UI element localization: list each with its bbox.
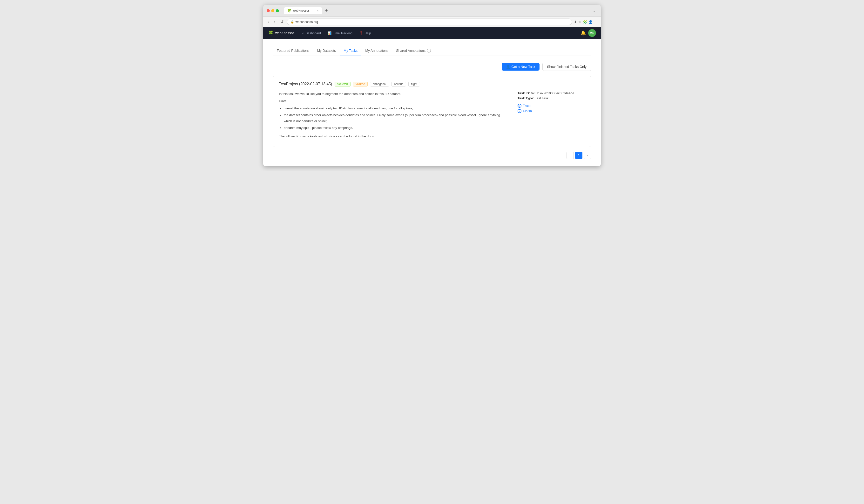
tab-my-datasets[interactable]: My Datasets — [313, 46, 340, 56]
task-description: In this task we would like you to segmen… — [279, 91, 508, 141]
task-meta: Task ID: 62011479010000ac002de4be Task T… — [518, 91, 585, 141]
pagination-page-1-button[interactable]: 1 — [575, 152, 583, 159]
task-toolbar: 👤 Get a New Task Show Finished Tasks Onl… — [273, 63, 591, 71]
trace-icon: ▷ — [518, 104, 521, 108]
task-hint-2: the dataset contains other objects besid… — [284, 112, 508, 124]
nav-logo: 🍀 webKnossos — [268, 30, 295, 36]
pagination-prev-button[interactable]: ‹ — [566, 152, 574, 159]
nav-link-time-tracking[interactable]: 📊 Time Tracking — [325, 30, 355, 36]
tab-featured-publications[interactable]: Featured Publications — [273, 46, 313, 56]
task-id-value: 62011479010000ac002de4be — [531, 91, 574, 95]
window-collapse-button[interactable]: ⌄ — [591, 8, 597, 13]
app-navbar: 🍀 webKnossos ⌂ Dashboard 📊 Time Tracking… — [263, 27, 601, 39]
tab-close-button[interactable]: ✕ — [317, 9, 319, 12]
task-title: TestProject (2022-02-07 13:45) — [279, 82, 332, 86]
get-new-task-label: Get a New Task — [512, 65, 536, 69]
user-avatar[interactable]: MS — [588, 29, 596, 37]
dashboard-label: Dashboard — [305, 31, 321, 35]
address-bar-actions: ⬇ ☆ 🧩 👤 ⋮ — [574, 20, 597, 24]
task-type-value: Test Task — [535, 96, 549, 100]
tab-my-annotations-label: My Annotations — [365, 49, 388, 52]
finish-icon: ✓ — [518, 109, 521, 113]
task-footer-note: The full webKnossos keyboard shortcuts c… — [279, 134, 508, 139]
tag-volume: volume — [353, 82, 368, 86]
task-meta-actions: ▷ Trace ✓ Finish — [518, 104, 585, 113]
trace-label: Trace — [523, 104, 531, 108]
logo-icon: 🍀 — [268, 30, 273, 36]
task-id-row: Task ID: 62011479010000ac002de4be — [518, 91, 585, 95]
forward-button[interactable]: › — [273, 19, 277, 25]
reload-button[interactable]: ↺ — [279, 19, 285, 25]
user-plus-icon: 👤 — [506, 65, 510, 69]
bookmark-icon[interactable]: ☆ — [578, 20, 581, 24]
minimize-dot[interactable] — [271, 9, 274, 12]
url-text: webknossos.org — [296, 20, 318, 24]
back-button[interactable]: ‹ — [267, 19, 271, 25]
shared-annotations-info-icon[interactable]: i — [427, 49, 431, 52]
nav-link-help[interactable]: ❓ Help — [356, 30, 374, 36]
tab-title: webKnossos — [293, 9, 310, 12]
account-icon[interactable]: 👤 — [588, 20, 592, 24]
browser-titlebar: 🍀 webKnossos ✕ + ⌄ — [263, 5, 601, 16]
window-controls — [267, 9, 279, 12]
tab-favicon: 🍀 — [287, 9, 291, 13]
pagination-next-button[interactable]: › — [584, 152, 591, 159]
tab-my-datasets-label: My Datasets — [317, 49, 336, 52]
new-tab-button[interactable]: + — [324, 8, 329, 14]
tag-skeleton: skeleton — [335, 82, 351, 86]
browser-addressbar: ‹ › ↺ 🔒 webknossos.org ⬇ ☆ 🧩 👤 ⋮ — [263, 16, 601, 27]
task-hints-label: Hints: — [279, 99, 508, 104]
main-content: Featured Publications My Datasets My Tas… — [263, 39, 601, 166]
tab-my-tasks-label: My Tasks — [344, 49, 358, 52]
nav-right: 🔔 MS — [580, 29, 596, 37]
maximize-dot[interactable] — [276, 9, 279, 12]
task-hint-1: overall the annotation should only two I… — [284, 106, 508, 111]
tab-featured-publications-label: Featured Publications — [277, 49, 309, 52]
menu-icon[interactable]: ⋮ — [594, 20, 597, 24]
tag-flight: flight — [408, 82, 420, 86]
finish-link[interactable]: ✓ Finish — [518, 109, 585, 113]
task-type-row: Task Type: Test Task — [518, 96, 585, 100]
task-card-header: TestProject (2022-02-07 13:45) skeleton … — [279, 82, 585, 86]
task-hints-list: overall the annotation should only two I… — [279, 106, 508, 131]
task-card: TestProject (2022-02-07 13:45) skeleton … — [273, 76, 591, 147]
close-dot[interactable] — [267, 9, 270, 12]
tab-my-tasks[interactable]: My Tasks — [340, 46, 361, 56]
get-new-task-button[interactable]: 👤 Get a New Task — [502, 63, 540, 71]
active-tab[interactable]: 🍀 webKnossos ✕ — [284, 7, 322, 14]
download-icon[interactable]: ⬇ — [574, 20, 577, 24]
app-content: 🍀 webKnossos ⌂ Dashboard 📊 Time Tracking… — [263, 27, 601, 166]
task-type-label: Task Type: — [518, 96, 534, 100]
pagination: ‹ 1 › — [273, 152, 591, 159]
browser-tabs: 🍀 webKnossos ✕ + — [284, 7, 589, 14]
show-finished-tasks-label: Show Finished Tasks Only — [547, 65, 587, 69]
address-bar[interactable]: 🔒 webknossos.org — [287, 19, 572, 25]
time-tracking-label: Time Tracking — [333, 31, 352, 35]
tag-orthogonal: orthogonal — [370, 82, 389, 86]
tag-oblique: oblique — [392, 82, 406, 86]
browser-window: 🍀 webKnossos ✕ + ⌄ ‹ › ↺ 🔒 webknossos.or… — [263, 5, 601, 166]
help-icon: ❓ — [359, 31, 363, 35]
trace-link[interactable]: ▷ Trace — [518, 104, 585, 108]
lock-icon: 🔒 — [290, 20, 294, 24]
task-description-intro: In this task we would like you to segmen… — [279, 91, 508, 97]
extensions-icon[interactable]: 🧩 — [583, 20, 587, 24]
page-tabs: Featured Publications My Datasets My Tas… — [273, 46, 591, 56]
show-finished-tasks-button[interactable]: Show Finished Tasks Only — [542, 63, 591, 71]
nav-links: ⌂ Dashboard 📊 Time Tracking ❓ Help — [299, 30, 576, 36]
logo-text: webKnossos — [275, 31, 295, 35]
task-card-body: In this task we would like you to segmen… — [279, 91, 585, 141]
task-hint-3: dendrite may split - please follow any o… — [284, 125, 508, 131]
finish-label: Finish — [523, 109, 532, 113]
help-label: Help — [364, 31, 371, 35]
tab-shared-annotations-label: Shared Annotations — [396, 49, 425, 52]
tab-my-annotations[interactable]: My Annotations — [361, 46, 392, 56]
notification-bell-button[interactable]: 🔔 — [580, 30, 586, 36]
nav-link-dashboard[interactable]: ⌂ Dashboard — [299, 30, 324, 36]
task-id-label: Task ID: — [518, 91, 530, 95]
chart-icon: 📊 — [328, 31, 332, 35]
tab-shared-annotations[interactable]: Shared Annotations i — [392, 46, 435, 56]
dashboard-icon: ⌂ — [302, 31, 304, 35]
